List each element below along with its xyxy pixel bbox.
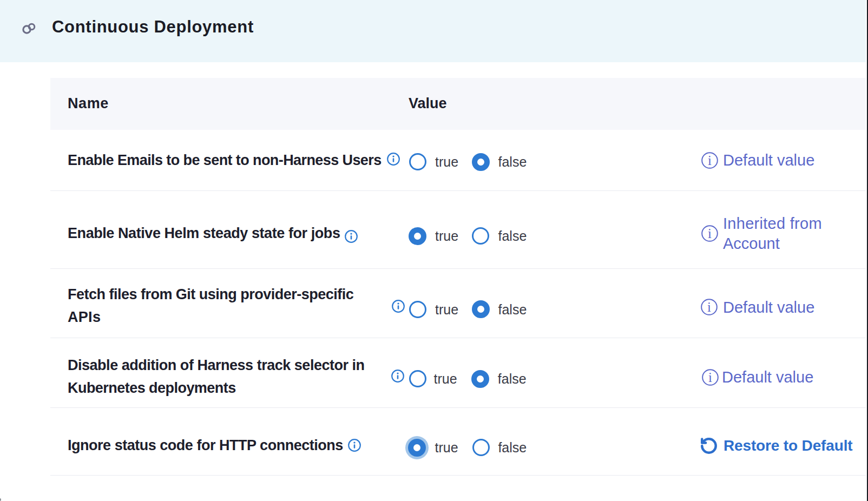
svg-text:i: i [707, 299, 711, 314]
svg-text:i: i [708, 226, 712, 241]
svg-text:i: i [708, 370, 712, 385]
svg-text:i: i [708, 153, 712, 167]
